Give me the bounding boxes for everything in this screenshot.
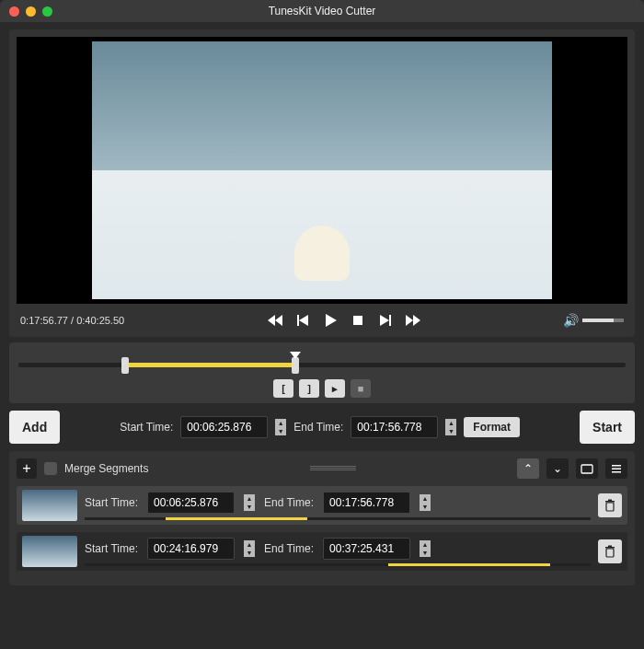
timeline[interactable] xyxy=(18,352,626,377)
seg-start-stepper[interactable]: ▲▼ xyxy=(244,540,255,557)
timeline-panel: [ ] ▸ ■ xyxy=(9,342,635,403)
transport-controls xyxy=(266,311,422,330)
seg-end-stepper[interactable]: ▲▼ xyxy=(420,540,431,557)
segment-times: Start Time:▲▼End Time:▲▼ xyxy=(85,538,591,566)
fast-forward-button[interactable] xyxy=(404,311,422,330)
svg-rect-8 xyxy=(605,501,615,503)
svg-rect-5 xyxy=(612,469,621,470)
seg-start-label: Start Time: xyxy=(85,496,138,509)
output-folder-button[interactable] xyxy=(576,458,598,479)
seg-start-label: Start Time: xyxy=(85,542,138,555)
volume-icon[interactable]: 🔊 xyxy=(563,313,579,328)
delete-segment-button[interactable] xyxy=(598,493,622,517)
add-segment-button[interactable]: + xyxy=(17,458,37,479)
mark-in-button[interactable]: [ xyxy=(273,379,293,398)
seg-end-input[interactable] xyxy=(323,538,410,560)
segment-bar[interactable] xyxy=(85,563,591,566)
seg-start-input[interactable] xyxy=(147,492,235,514)
out-handle[interactable] xyxy=(292,357,299,374)
cut-controls: Add Start Time: ▲▼ End Time: ▲▼ Format S… xyxy=(9,411,635,444)
step-forward-button[interactable] xyxy=(376,311,395,330)
start-time-label: Start Time: xyxy=(120,421,173,434)
segment-thumbnail xyxy=(22,490,77,521)
svg-rect-9 xyxy=(608,500,612,502)
svg-rect-11 xyxy=(605,547,615,549)
segment-times: Start Time:▲▼End Time:▲▼ xyxy=(85,492,591,520)
end-time-input[interactable] xyxy=(351,416,438,438)
end-time-label: End Time: xyxy=(293,421,343,434)
svg-rect-3 xyxy=(581,465,592,473)
merge-label: Merge Segments xyxy=(64,462,148,475)
seg-end-stepper[interactable]: ▲▼ xyxy=(420,494,431,511)
seg-start-stepper[interactable]: ▲▼ xyxy=(244,494,255,511)
player-controls: 0:17:56.77 / 0:40:25.50 🔊 xyxy=(17,304,627,333)
format-button[interactable]: Format xyxy=(464,417,520,437)
seg-start-input[interactable] xyxy=(147,538,235,560)
seg-end-label: End Time: xyxy=(264,496,314,509)
segment-bar[interactable] xyxy=(85,517,591,520)
titlebar: TunesKit Video Cutter xyxy=(0,0,644,22)
seg-end-label: End Time: xyxy=(264,542,314,555)
svg-rect-10 xyxy=(606,549,614,557)
merge-checkbox[interactable] xyxy=(44,462,57,475)
svg-rect-4 xyxy=(612,465,621,467)
delete-segment-button[interactable] xyxy=(598,539,622,563)
video-frame xyxy=(92,41,552,299)
segment-row[interactable]: Start Time:▲▼End Time:▲▼ xyxy=(17,532,627,571)
collapse-button[interactable]: ⌃ xyxy=(517,458,539,479)
add-button[interactable]: Add xyxy=(9,411,60,444)
play-segment-button[interactable]: ▸ xyxy=(325,379,345,398)
marker-controls: [ ] ▸ ■ xyxy=(18,379,626,398)
in-handle[interactable] xyxy=(121,357,129,374)
segments-header: + Merge Segments ⌃ ⌄ xyxy=(17,458,627,479)
svg-rect-7 xyxy=(606,503,614,511)
segment-thumbnail xyxy=(22,536,77,567)
current-time: 0:17:56.77 xyxy=(20,315,68,326)
svg-rect-6 xyxy=(612,471,621,473)
seg-end-input[interactable] xyxy=(323,492,410,514)
window-title: TunesKit Video Cutter xyxy=(0,5,644,17)
svg-rect-1 xyxy=(353,316,362,325)
grip-icon xyxy=(310,466,356,471)
end-stepper[interactable]: ▲▼ xyxy=(445,419,456,435)
volume-control: 🔊 xyxy=(563,313,624,328)
stop-button[interactable] xyxy=(349,311,367,330)
preview-panel: 0:17:56.77 / 0:40:25.50 🔊 xyxy=(9,29,635,337)
video-preview[interactable] xyxy=(17,37,627,304)
segments-panel: + Merge Segments ⌃ ⌄ Start Time:▲▼End Ti… xyxy=(9,451,635,585)
svg-rect-2 xyxy=(389,315,391,326)
segment-row[interactable]: Start Time:▲▼End Time:▲▼ xyxy=(17,486,627,525)
play-button[interactable] xyxy=(321,311,339,330)
menu-button[interactable] xyxy=(605,458,627,479)
start-button[interactable]: Start xyxy=(580,411,635,444)
total-time: 0:40:25.50 xyxy=(76,315,124,326)
start-time-input[interactable] xyxy=(180,416,268,438)
expand-button[interactable]: ⌄ xyxy=(546,458,569,479)
svg-rect-0 xyxy=(297,315,299,326)
playhead-icon[interactable] xyxy=(290,352,301,359)
time-display: 0:17:56.77 / 0:40:25.50 xyxy=(20,315,124,326)
volume-slider[interactable] xyxy=(582,319,624,322)
rewind-button[interactable] xyxy=(266,311,284,330)
step-back-button[interactable] xyxy=(293,311,312,330)
start-stepper[interactable]: ▲▼ xyxy=(275,419,286,435)
svg-rect-12 xyxy=(608,546,612,548)
stop-segment-button[interactable]: ■ xyxy=(351,379,371,398)
mark-out-button[interactable]: ] xyxy=(299,379,319,398)
